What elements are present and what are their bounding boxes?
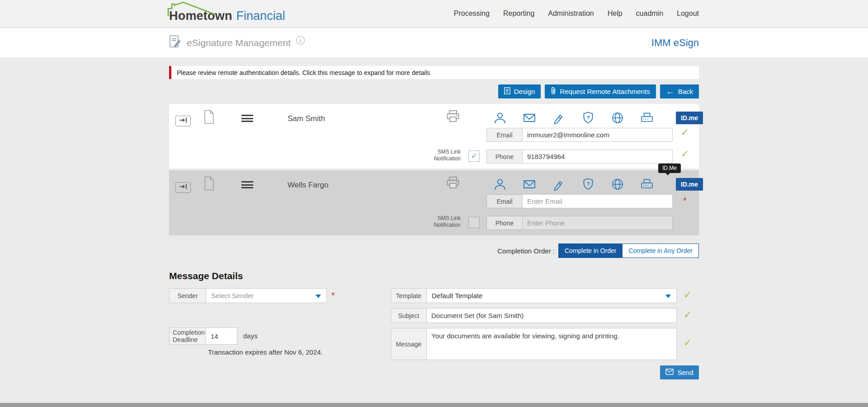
email-auth-icon[interactable]: [523, 178, 536, 191]
completion-order-label: Completion Order :: [497, 247, 555, 255]
recipient-name: Wells Fargo: [288, 181, 328, 190]
product-name: IMM eSign: [651, 37, 699, 49]
user-icon[interactable]: [493, 178, 507, 191]
idme-badge[interactable]: ID.me: [676, 112, 703, 124]
template-label: Template: [391, 288, 427, 303]
expires-note: Transaction expires after Nov 6, 2024.: [208, 348, 323, 356]
document-icon[interactable]: [203, 176, 215, 192]
sms-notification-checkbox[interactable]: [468, 217, 480, 228]
web-globe-icon[interactable]: [611, 178, 624, 191]
send-button-label: Send: [677, 369, 693, 376]
send-icon: [665, 369, 674, 376]
design-button-label: Design: [514, 88, 535, 95]
user-icon[interactable]: [493, 111, 507, 125]
complete-in-any-order-button[interactable]: Complete in Any Order: [623, 243, 699, 258]
idme-tooltip: ID.Me: [658, 164, 681, 173]
main-content: Please review remote authentication deta…: [0, 58, 868, 407]
idme-badge[interactable]: ID.me: [676, 178, 703, 191]
drag-handle-icon[interactable]: [241, 181, 253, 188]
subject-input[interactable]: [426, 308, 677, 323]
sms-link-notification-label: SMS Link Notification: [420, 215, 461, 229]
template-dropdown[interactable]: Default Template: [426, 288, 677, 303]
email-required-asterisk: *: [677, 196, 693, 206]
expand-recipient-button[interactable]: [175, 116, 191, 126]
template-dropdown-value: Default Template: [432, 292, 482, 299]
top-navigation-bar: Hometown Financial Processing Reporting …: [0, 0, 868, 28]
arrow-to-bar-icon: [179, 183, 188, 192]
security-question-icon[interactable]: ?: [581, 178, 595, 191]
sms-link-notification-label: SMS Link Notification: [420, 149, 461, 162]
fax-icon[interactable]: [640, 178, 654, 191]
info-icon[interactable]: i: [296, 36, 305, 45]
paperclip-icon: [551, 87, 556, 96]
nav-reporting[interactable]: Reporting: [503, 9, 534, 18]
phone-input[interactable]: [522, 150, 673, 164]
nav-username[interactable]: cuadmin: [636, 9, 663, 18]
top-nav-links: Processing Reporting Administration Help…: [454, 9, 699, 18]
design-button[interactable]: Design: [498, 84, 541, 98]
action-toolbar: Design Request Remote Attachments ← Back: [169, 84, 699, 98]
email-label: Email: [486, 128, 523, 142]
message-details-form: Sender Select Sender * Completion Deadli…: [169, 288, 699, 385]
back-button-label: Back: [678, 88, 693, 95]
recipient-card-wells-fargo: ID.Me Wells Fargo: [169, 170, 699, 235]
nav-administration[interactable]: Administration: [548, 9, 594, 18]
request-remote-attachments-label: Request Remote Attachments: [560, 88, 650, 95]
send-button[interactable]: Send: [660, 365, 699, 379]
esign-document-icon: [169, 35, 181, 51]
completion-deadline-label: Completion Deadline: [169, 327, 206, 345]
email-label: Email: [486, 194, 523, 208]
recipient-card-sam-smith: Sam Smith: [169, 104, 699, 168]
auth-method-icons: ? ID.me: [493, 111, 703, 125]
email-input[interactable]: [522, 128, 673, 142]
signature-pen-icon[interactable]: [552, 178, 566, 191]
email-input[interactable]: [522, 194, 673, 208]
message-details-heading: Message Details: [169, 271, 699, 281]
auth-alert-banner[interactable]: Please review remote authentication deta…: [169, 66, 699, 79]
sender-dropdown[interactable]: Select Sender: [206, 288, 327, 303]
page-title: eSignature Management: [187, 37, 291, 48]
expand-recipient-button[interactable]: [175, 182, 191, 193]
page-header: eSignature Management i IMM eSign: [0, 28, 868, 58]
sms-notification-checkbox[interactable]: ✓: [468, 150, 480, 162]
security-question-icon[interactable]: ?: [581, 111, 595, 125]
nav-processing[interactable]: Processing: [454, 9, 490, 18]
design-icon: [504, 87, 510, 96]
printer-icon[interactable]: [446, 110, 460, 125]
web-globe-icon[interactable]: [611, 111, 624, 125]
complete-in-order-button[interactable]: Complete in Order: [558, 243, 623, 258]
svg-text:?: ?: [587, 115, 590, 120]
auth-method-icons: ? ID.me: [493, 178, 703, 191]
message-textarea[interactable]: Your documents are available for viewing…: [426, 328, 677, 360]
brand-logo: Hometown Financial: [169, 5, 285, 23]
chevron-down-icon: [316, 295, 321, 298]
email-valid-check-icon: ✓: [677, 126, 693, 138]
drag-handle-icon[interactable]: [241, 115, 253, 122]
fax-icon[interactable]: [640, 111, 654, 125]
subject-valid-check-icon: ✓: [680, 309, 695, 321]
recipient-name: Sam Smith: [288, 114, 325, 123]
nav-logout[interactable]: Logout: [677, 9, 699, 18]
phone-label: Phone: [486, 150, 523, 164]
brand-name-secondary: Financial: [236, 9, 285, 23]
house-logo-icon: [166, 2, 217, 19]
message-label: Message: [391, 328, 427, 360]
message-valid-check-icon: ✓: [680, 337, 695, 349]
completion-deadline-input[interactable]: [206, 327, 237, 345]
svg-text:?: ?: [587, 181, 590, 187]
esign-page: Hometown Financial Processing Reporting …: [0, 0, 868, 407]
completion-order-row: Completion Order : Complete in Order Com…: [169, 243, 699, 258]
request-remote-attachments-button[interactable]: Request Remote Attachments: [545, 84, 656, 98]
sender-label: Sender: [169, 288, 206, 303]
back-button[interactable]: ← Back: [660, 84, 699, 98]
email-auth-icon[interactable]: [523, 111, 536, 125]
document-icon[interactable]: [203, 110, 215, 126]
template-valid-check-icon: ✓: [680, 289, 695, 301]
phone-input[interactable]: [522, 216, 673, 230]
signature-pen-icon[interactable]: [552, 111, 566, 125]
nav-help[interactable]: Help: [608, 9, 623, 18]
footer-strip: [0, 403, 868, 407]
sender-required-asterisk: *: [326, 290, 340, 301]
printer-icon[interactable]: [446, 176, 460, 191]
chevron-down-icon: [665, 295, 671, 298]
